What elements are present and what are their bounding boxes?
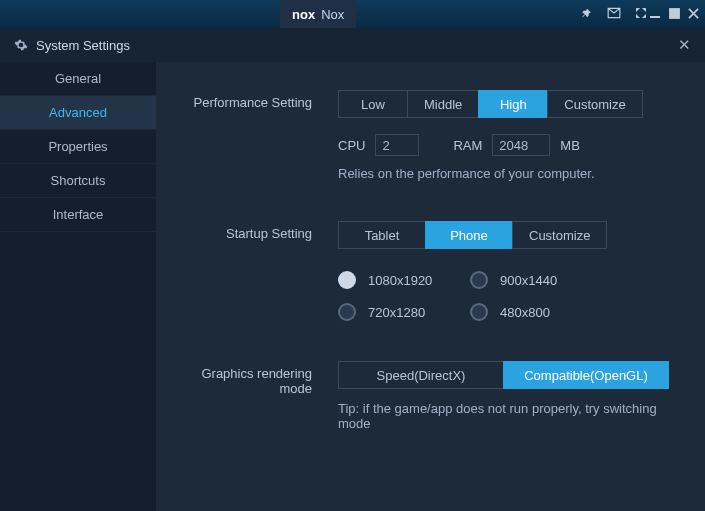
radio-label: 900x1440 <box>500 273 557 288</box>
pin-icon[interactable] <box>580 7 593 22</box>
sidebar-item-advanced[interactable]: Advanced <box>0 96 156 130</box>
radio-icon <box>338 303 356 321</box>
graphics-hint: Tip: if the game/app does not run proper… <box>338 401 658 431</box>
gear-icon <box>14 38 28 52</box>
resolution-radio-900x1440[interactable]: 900x1440 <box>470 271 600 289</box>
radio-icon <box>470 303 488 321</box>
settings-close-icon[interactable]: ✕ <box>678 36 691 54</box>
sidebar-item-interface[interactable]: Interface <box>0 198 156 232</box>
radio-label: 480x800 <box>500 305 550 320</box>
sidebar-item-general[interactable]: General <box>0 62 156 96</box>
resolution-radio-720x1280[interactable]: 720x1280 <box>338 303 468 321</box>
seg-btn-tablet[interactable]: Tablet <box>338 221 426 249</box>
settings-window: System Settings ✕ GeneralAdvancedPropert… <box>0 28 705 511</box>
radio-icon <box>470 271 488 289</box>
startup-label: Startup Setting <box>180 221 338 321</box>
performance-hint: Relies on the performance of your comput… <box>338 166 681 181</box>
seg-btn-compat[interactable]: Compatible(OpenGL) <box>503 361 669 389</box>
cpu-label: CPU <box>338 138 365 153</box>
seg-btn-phone[interactable]: Phone <box>425 221 513 249</box>
seg-btn-middle[interactable]: Middle <box>407 90 479 118</box>
radio-label: 1080x1920 <box>368 273 432 288</box>
cpu-ram-row: CPU 2 RAM 2048 MB <box>338 134 681 156</box>
app-tab[interactable]: nox Nox <box>280 0 356 28</box>
settings-header: System Settings ✕ <box>0 28 705 62</box>
app-title-bar: nox Nox <box>0 0 705 28</box>
svg-rect-0 <box>650 16 660 18</box>
seg-btn-speed[interactable]: Speed(DirectX) <box>338 361 504 389</box>
graphics-button-row: Speed(DirectX)Compatible(OpenGL) <box>338 361 681 389</box>
ram-select[interactable]: 2048 <box>492 134 550 156</box>
ram-label: RAM <box>453 138 482 153</box>
svg-rect-1 <box>670 8 679 17</box>
graphics-label: Graphics rendering mode <box>180 361 338 431</box>
performance-label: Performance Setting <box>180 90 338 181</box>
seg-btn-customize[interactable]: Customize <box>547 90 642 118</box>
sidebar-item-properties[interactable]: Properties <box>0 130 156 164</box>
sidebar-item-shortcuts[interactable]: Shortcuts <box>0 164 156 198</box>
fullscreen-icon[interactable] <box>635 7 647 21</box>
settings-content: Performance Setting LowMiddleHighCustomi… <box>156 62 705 511</box>
seg-btn-customize[interactable]: Customize <box>512 221 607 249</box>
cpu-select[interactable]: 2 <box>375 134 419 156</box>
performance-button-row: LowMiddleHighCustomize <box>338 90 681 118</box>
startup-button-row: TabletPhoneCustomize <box>338 221 681 249</box>
settings-sidebar: GeneralAdvancedPropertiesShortcutsInterf… <box>0 62 156 511</box>
section-graphics: Graphics rendering mode Speed(DirectX)Co… <box>180 361 681 431</box>
radio-icon <box>338 271 356 289</box>
ram-unit: MB <box>560 138 580 153</box>
app-logo: nox <box>292 7 315 22</box>
app-name: Nox <box>321 7 344 22</box>
resolution-grid: 1080x1920900x1440720x1280480x800 <box>338 271 681 321</box>
resolution-radio-1080x1920[interactable]: 1080x1920 <box>338 271 468 289</box>
minimize-icon[interactable] <box>649 7 661 21</box>
close-icon[interactable] <box>688 8 699 21</box>
section-performance: Performance Setting LowMiddleHighCustomi… <box>180 90 681 181</box>
resolution-radio-480x800[interactable]: 480x800 <box>470 303 600 321</box>
settings-title: System Settings <box>36 38 130 53</box>
seg-btn-high[interactable]: High <box>478 90 548 118</box>
seg-btn-low[interactable]: Low <box>338 90 408 118</box>
section-startup: Startup Setting TabletPhoneCustomize 108… <box>180 221 681 321</box>
radio-label: 720x1280 <box>368 305 425 320</box>
mail-icon[interactable] <box>607 7 621 21</box>
maximize-icon[interactable] <box>669 8 680 21</box>
